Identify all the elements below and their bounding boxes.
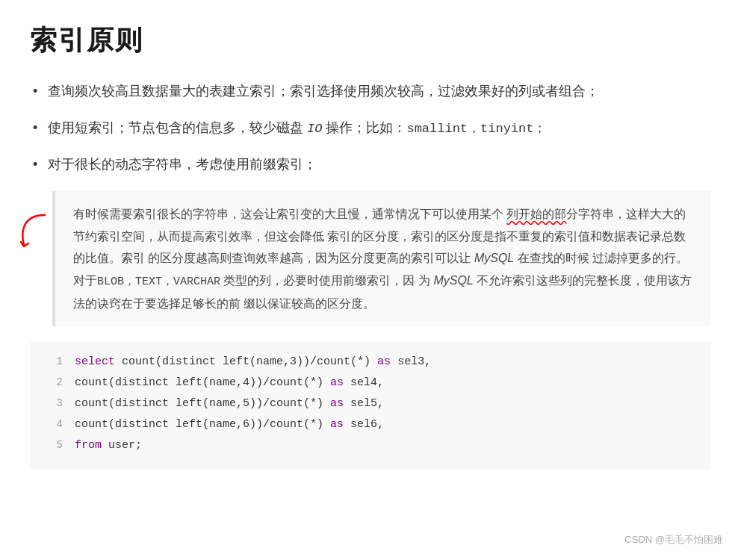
blockquote-wrapper: 有时候需要索引很长的字符串，这会让索引变的大且慢，通常情况下可以使用某个 列开始… xyxy=(52,191,711,326)
line-num-1: 1 xyxy=(45,353,63,370)
annotation-arrow xyxy=(16,208,49,252)
bullet-text-1: 查询频次较高且数据量大的表建立索引；索引选择使用频次较高，过滤效果好的列或者组合… xyxy=(48,84,599,99)
watermark: CSDN @毛毛不怕困难 xyxy=(624,533,723,547)
code-text-4: count(distinct left(name,6))/count(*) as… xyxy=(75,416,384,434)
page-title: 索引原则 xyxy=(30,22,711,59)
underlined-text: 列开始的部 xyxy=(506,208,566,220)
line-num-2: 2 xyxy=(45,374,63,391)
bullet-item-3: 对于很长的动态字符串，考虑使用前缀索引； xyxy=(30,153,711,176)
mysql-italic-1: MySQL xyxy=(474,252,514,264)
bullet-text-2b: 操作；比如： xyxy=(322,120,406,135)
kw-select: select xyxy=(75,355,115,368)
kw-as-3: as xyxy=(330,397,344,410)
code-line-2: 2 count(distinct left(name,4))/count(*) … xyxy=(45,374,696,392)
code-text-3: count(distinct left(name,5))/count(*) as… xyxy=(75,395,384,413)
code-line-3: 3 count(distinct left(name,5))/count(*) … xyxy=(45,395,696,413)
code-text-2: count(distinct left(name,4))/count(*) as… xyxy=(75,374,384,392)
line-num-5: 5 xyxy=(45,437,63,453)
bullet-text-3: 对于很长的动态字符串，考虑使用前缀索引； xyxy=(48,157,317,172)
code-block: 1 select count(distinct left(name,3))/co… xyxy=(30,341,711,470)
italic-io: IO xyxy=(307,122,322,136)
kw-as-1: as xyxy=(377,355,391,368)
bullet-item-2: 使用短索引；节点包含的信息多，较少磁盘 IO 操作；比如：smallint，ti… xyxy=(30,116,711,140)
bullet-item-1: 查询频次较高且数据量大的表建立索引；索引选择使用频次较高，过滤效果好的列或者组合… xyxy=(30,80,711,103)
code-blob: BLOB，TEXT，VARCHAR xyxy=(97,276,220,288)
bullet-text-2a: 使用短索引；节点包含的信息多，较少磁盘 xyxy=(48,120,307,135)
kw-as-4: as xyxy=(330,418,344,431)
code-line-5: 5 from user; xyxy=(45,437,696,455)
kw-as-2: as xyxy=(330,376,344,389)
code-line-1: 1 select count(distinct left(name,3))/co… xyxy=(45,353,696,371)
bullet-list: 查询频次较高且数据量大的表建立索引；索引选择使用频次较高，过滤效果好的列或者组合… xyxy=(30,80,711,176)
code-smallint: smallint，tinyint； xyxy=(406,122,546,136)
code-line-4: 4 count(distinct left(name,6))/count(*) … xyxy=(45,416,696,434)
mysql-italic-2: MySQL xyxy=(433,274,473,287)
blockquote-box: 有时候需要索引很长的字符串，这会让索引变的大且慢，通常情况下可以使用某个 列开始… xyxy=(52,191,711,326)
kw-from: from xyxy=(75,439,102,452)
blockquote-paragraph: 有时候需要索引很长的字符串，这会让索引变的大且慢，通常情况下可以使用某个 列开始… xyxy=(73,203,696,314)
line-num-4: 4 xyxy=(45,416,63,432)
line-num-3: 3 xyxy=(45,395,63,411)
code-text-1: select count(distinct left(name,3))/coun… xyxy=(75,353,431,371)
code-text-5: from user; xyxy=(75,437,142,455)
